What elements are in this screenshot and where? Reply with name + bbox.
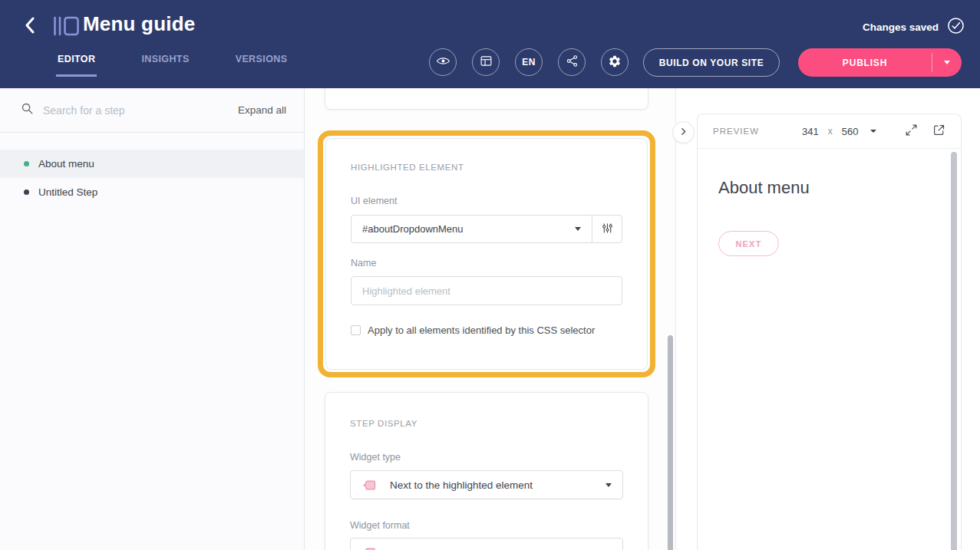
apply-to-all-label: Apply to all elements identified by this… (368, 324, 595, 336)
preview-width-value: 341 (802, 126, 819, 137)
ui-element-label: UI element (351, 196, 622, 206)
open-in-new-tab-button[interactable] (932, 124, 945, 139)
editor-tabs: EDITOR INSIGHTS VERSIONS (56, 54, 332, 77)
tab-insights[interactable]: INSIGHTS (140, 54, 190, 77)
share-icon (566, 54, 579, 70)
app-header: Menu guide Changes saved EDITOR INSIGHTS… (0, 0, 980, 88)
step-settings-panel: HIGHLIGHTED ELEMENT UI element #aboutDro… (305, 88, 676, 550)
step-label: About menu (38, 158, 94, 170)
preview-scrollbar-thumb[interactable] (951, 152, 957, 550)
check-circle-icon (947, 17, 965, 38)
chevron-down-icon (575, 227, 581, 231)
page-title: Menu guide (83, 12, 195, 36)
save-status-text: Changes saved (863, 21, 939, 33)
preview-panel: PREVIEW 341 x 560 (697, 114, 962, 550)
step-label: Untitled Step (38, 186, 97, 198)
step-search-row: Expand all (0, 88, 304, 133)
preview-size-separator: x (828, 126, 833, 137)
back-chevron-icon (24, 25, 36, 36)
save-status: Changes saved (863, 17, 965, 38)
chevron-down-icon (944, 61, 950, 64)
name-label: Name (351, 258, 622, 268)
ui-element-value: #aboutDropdownMenu (362, 223, 464, 235)
step-status-dot (24, 189, 29, 195)
widget-type-label: Widget type (350, 452, 623, 463)
widget-format-clip (350, 538, 623, 550)
chevron-down-icon (605, 483, 612, 487)
app-logo-icon (52, 15, 80, 41)
search-input[interactable] (43, 104, 238, 117)
step-list: About menu Untitled Step (0, 150, 304, 206)
preview-step-title: About menu (718, 178, 961, 198)
publish-button[interactable]: PUBLISH (798, 48, 932, 77)
preview-eye-button[interactable] (429, 48, 457, 76)
layout-button[interactable] (472, 48, 500, 76)
back-button[interactable] (20, 15, 40, 37)
section-title: STEP DISPLAY (350, 419, 623, 428)
highlighted-element-name-input[interactable] (351, 276, 622, 305)
settings-button[interactable] (601, 48, 629, 76)
highlighted-element-outline: HIGHLIGHTED ELEMENT UI element #aboutDro… (318, 130, 655, 377)
tab-versions[interactable]: VERSIONS (234, 54, 289, 77)
step-display-card: STEP DISPLAY Widget type Next to the hig… (325, 392, 648, 550)
sliders-icon (601, 222, 614, 237)
widget-type-value: Next to the highlighted element (390, 479, 533, 491)
expand-preview-button[interactable] (905, 124, 918, 139)
preview-title: PREVIEW (713, 127, 759, 136)
callout-widget-icon (361, 478, 378, 492)
editor-scrollbar-thumb[interactable] (668, 335, 673, 550)
apply-to-all-checkbox[interactable] (351, 325, 361, 335)
widget-format-label: Widget format (350, 520, 623, 531)
expand-icon (905, 124, 918, 139)
preview-height-value: 560 (842, 126, 859, 137)
build-on-your-site-button[interactable]: BUILD ON YOUR SITE (643, 48, 780, 77)
step-item-about-menu[interactable]: About menu (0, 150, 304, 178)
steps-sidebar: Expand all About menu Untitled Step (0, 88, 305, 550)
expand-all-button[interactable]: Expand all (238, 104, 286, 116)
ui-element-control: #aboutDropdownMenu (351, 215, 622, 243)
tab-editor[interactable]: EDITOR (56, 54, 97, 77)
next-button[interactable]: NEXT (718, 231, 779, 256)
publish-split-button: PUBLISH (798, 48, 962, 77)
selector-settings-button[interactable] (592, 216, 622, 242)
callout-widget-icon (361, 545, 378, 550)
preview-header: PREVIEW 341 x 560 (698, 114, 961, 149)
widget-type-select[interactable]: Next to the highlighted element (350, 470, 623, 499)
layout-icon (480, 54, 493, 70)
step-status-dot (24, 161, 29, 166)
ui-element-select[interactable]: #aboutDropdownMenu (351, 216, 592, 242)
preview-actions (905, 124, 945, 139)
section-title: HIGHLIGHTED ELEMENT (351, 163, 622, 172)
language-button[interactable]: EN (515, 48, 543, 76)
publish-dropdown-button[interactable] (932, 48, 962, 77)
chevron-right-icon (678, 127, 688, 139)
chevron-down-icon (870, 130, 876, 133)
share-button[interactable] (558, 48, 586, 76)
widget-format-select[interactable] (350, 538, 623, 550)
preview-size-select[interactable]: 341 x 560 (802, 126, 876, 137)
step-item-untitled-step[interactable]: Untitled Step (0, 178, 304, 206)
gear-icon (608, 54, 622, 71)
language-label: EN (522, 57, 535, 68)
search-icon (21, 102, 34, 118)
eye-icon (436, 54, 450, 71)
external-link-icon (932, 124, 945, 139)
previous-settings-card (325, 88, 648, 110)
highlighted-element-card: HIGHLIGHTED ELEMENT UI element #aboutDro… (325, 138, 648, 370)
collapse-preview-button[interactable] (672, 121, 695, 143)
apply-to-all-row: Apply to all elements identified by this… (351, 324, 622, 336)
